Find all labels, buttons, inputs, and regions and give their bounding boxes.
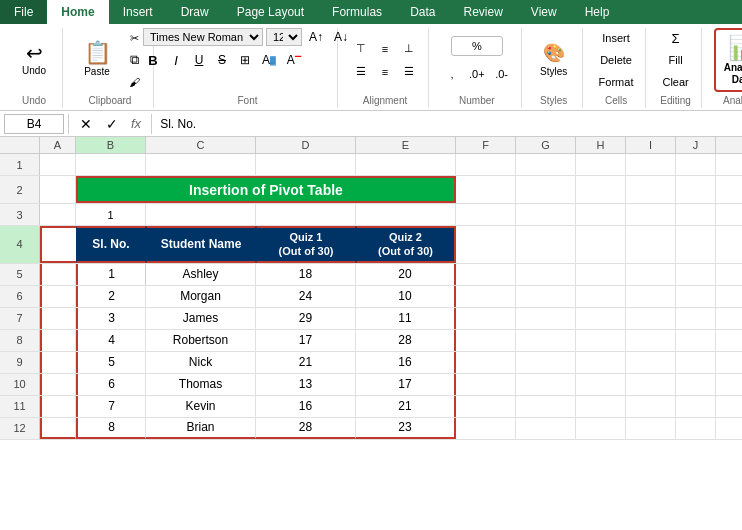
cell-h2[interactable] [576,176,626,203]
cell-c12[interactable]: Brian [146,418,256,439]
cell-a6[interactable] [40,286,76,307]
number-format-select[interactable]: % [451,36,503,56]
col-header-g[interactable]: G [516,137,576,153]
cell-e9[interactable]: 16 [356,352,456,373]
cell-j11[interactable] [676,396,716,417]
decrease-decimal-button[interactable]: .0- [491,64,513,84]
cell-d7[interactable]: 29 [256,308,356,329]
tab-data[interactable]: Data [396,0,449,24]
cell-e6[interactable]: 10 [356,286,456,307]
increase-decimal-button[interactable]: .0+ [465,64,489,84]
autosum-button[interactable]: Σ [665,28,687,48]
insert-cells-button[interactable]: Insert [598,28,634,48]
underline-button[interactable]: U [189,51,209,69]
row-num-7[interactable]: 7 [0,308,40,329]
cell-j6[interactable] [676,286,716,307]
cell-e1[interactable] [356,154,456,175]
analyze-data-button[interactable]: 📊 AnalyzeData [714,28,742,92]
cell-h8[interactable] [576,330,626,351]
styles-button[interactable]: 🎨 Styles [534,38,574,82]
cell-d6[interactable]: 24 [256,286,356,307]
align-top-button[interactable]: ⊤ [350,39,372,59]
cell-a12[interactable] [40,418,76,439]
font-family-select[interactable]: Times New Roman [143,28,263,46]
cell-b12[interactable]: 8 [76,418,146,439]
cell-b4-header[interactable]: Sl. No. [76,226,146,263]
cell-d1[interactable] [256,154,356,175]
row-num-6[interactable]: 6 [0,286,40,307]
cell-j4[interactable] [676,226,716,263]
paste-button[interactable]: 📋 Paste [75,38,119,82]
strikethrough-button[interactable]: S [212,51,232,69]
col-header-b[interactable]: B [76,137,146,153]
row-num-3[interactable]: 3 [0,204,40,225]
cell-j12[interactable] [676,418,716,439]
cell-g11[interactable] [516,396,576,417]
bold-button[interactable]: B [143,51,163,69]
cell-b6[interactable]: 2 [76,286,146,307]
tab-home[interactable]: Home [47,0,108,24]
cell-i4[interactable] [626,226,676,263]
cell-d12[interactable]: 28 [256,418,356,439]
cancel-formula-button[interactable]: ✕ [75,114,97,134]
cell-f7[interactable] [456,308,516,329]
cell-i6[interactable] [626,286,676,307]
tab-page-layout[interactable]: Page Layout [223,0,318,24]
cell-c8[interactable]: Robertson [146,330,256,351]
cell-a7[interactable] [40,308,76,329]
row-num-8[interactable]: 8 [0,330,40,351]
cell-b10[interactable]: 6 [76,374,146,395]
cell-b5[interactable]: 1 [76,264,146,285]
cell-a1[interactable] [40,154,76,175]
cell-f12[interactable] [456,418,516,439]
tab-draw[interactable]: Draw [167,0,223,24]
format-cells-button[interactable]: Format [595,72,638,92]
cell-g8[interactable] [516,330,576,351]
tab-formulas[interactable]: Formulas [318,0,396,24]
cell-a9[interactable] [40,352,76,373]
row-num-5[interactable]: 5 [0,264,40,285]
cell-e5[interactable]: 20 [356,264,456,285]
row-num-9[interactable]: 9 [0,352,40,373]
cell-a5[interactable] [40,264,76,285]
col-header-c[interactable]: C [146,137,256,153]
font-size-select[interactable]: 12 [266,28,302,46]
align-bottom-button[interactable]: ⊥ [398,39,420,59]
cell-f3[interactable] [456,204,516,225]
cell-i2[interactable] [626,176,676,203]
cell-c7[interactable]: James [146,308,256,329]
cell-b1[interactable] [76,154,146,175]
align-right-button[interactable]: ☰ [398,62,420,82]
cell-f6[interactable] [456,286,516,307]
tab-view[interactable]: View [517,0,571,24]
cell-h4[interactable] [576,226,626,263]
cell-j10[interactable] [676,374,716,395]
cell-b8[interactable]: 4 [76,330,146,351]
cell-c3[interactable] [146,204,256,225]
cell-c1[interactable] [146,154,256,175]
cell-c6[interactable]: Morgan [146,286,256,307]
row-num-4[interactable]: 4 [0,226,40,263]
cell-a2[interactable] [40,176,76,203]
cell-g4[interactable] [516,226,576,263]
col-header-a[interactable]: A [40,137,76,153]
col-header-e[interactable]: E [356,137,456,153]
italic-button[interactable]: I [166,51,186,69]
copy-button[interactable]: ⧉ [123,50,145,70]
cell-f5[interactable] [456,264,516,285]
cell-j2[interactable] [676,176,716,203]
cell-j9[interactable] [676,352,716,373]
cell-f4[interactable] [456,226,516,263]
clear-button[interactable]: Clear [658,72,692,92]
cell-j3[interactable] [676,204,716,225]
cell-e4-header[interactable]: Quiz 2(Out of 30) [356,226,456,263]
cell-h12[interactable] [576,418,626,439]
cell-a10[interactable] [40,374,76,395]
cell-e11[interactable]: 21 [356,396,456,417]
cell-g6[interactable] [516,286,576,307]
cell-g10[interactable] [516,374,576,395]
row-num-12[interactable]: 12 [0,418,40,439]
cell-i12[interactable] [626,418,676,439]
cell-g12[interactable] [516,418,576,439]
row-num-10[interactable]: 10 [0,374,40,395]
